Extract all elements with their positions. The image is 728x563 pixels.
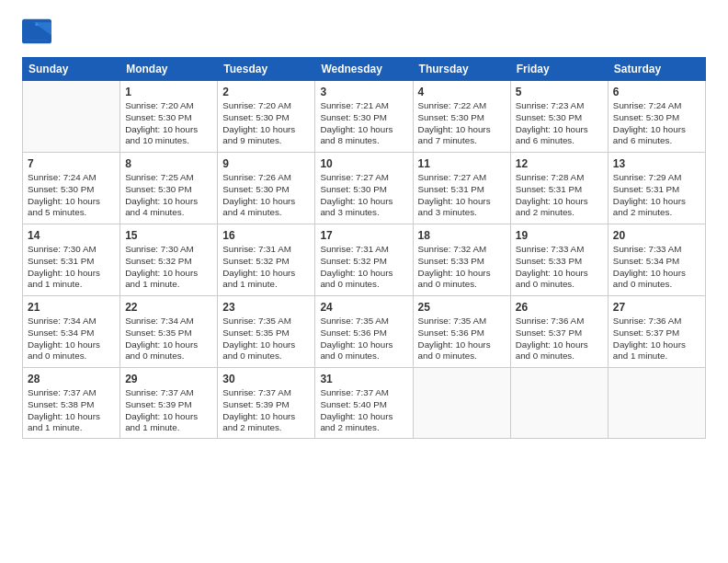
day-number: 10	[320, 156, 407, 171]
day-number: 30	[222, 372, 310, 386]
day-info: Sunrise: 7:31 AM Sunset: 5:32 PM Dayligh…	[222, 244, 310, 291]
page: SundayMondayTuesdayWednesdayThursdayFrid…	[0, 0, 728, 563]
logo-icon	[22, 18, 51, 44]
calendar-cell: 10Sunrise: 7:27 AM Sunset: 5:30 PM Dayli…	[315, 153, 413, 224]
calendar-cell: 11Sunrise: 7:27 AM Sunset: 5:31 PM Dayli…	[413, 153, 510, 224]
calendar-cell: 8Sunrise: 7:25 AM Sunset: 5:30 PM Daylig…	[120, 153, 218, 224]
day-info: Sunrise: 7:20 AM Sunset: 5:30 PM Dayligh…	[125, 100, 212, 147]
week-row-5: 28Sunrise: 7:37 AM Sunset: 5:38 PM Dayli…	[23, 368, 706, 439]
day-number: 23	[222, 300, 310, 315]
column-header-thursday: Thursday	[413, 58, 510, 81]
day-number: 12	[516, 156, 603, 171]
day-info: Sunrise: 7:23 AM Sunset: 5:30 PM Dayligh…	[516, 100, 603, 147]
day-number: 27	[613, 300, 700, 315]
header	[22, 18, 706, 44]
calendar-cell: 24Sunrise: 7:35 AM Sunset: 5:36 PM Dayli…	[315, 296, 413, 368]
day-number: 13	[613, 156, 700, 171]
day-info: Sunrise: 7:25 AM Sunset: 5:30 PM Dayligh…	[125, 172, 212, 219]
day-info: Sunrise: 7:37 AM Sunset: 5:39 PM Dayligh…	[222, 387, 310, 434]
day-info: Sunrise: 7:26 AM Sunset: 5:30 PM Dayligh…	[222, 172, 310, 219]
day-number: 14	[28, 228, 115, 243]
day-info: Sunrise: 7:22 AM Sunset: 5:30 PM Dayligh…	[418, 100, 506, 147]
calendar-cell: 15Sunrise: 7:30 AM Sunset: 5:32 PM Dayli…	[120, 224, 218, 296]
calendar-cell: 22Sunrise: 7:34 AM Sunset: 5:35 PM Dayli…	[120, 296, 218, 368]
day-info: Sunrise: 7:32 AM Sunset: 5:33 PM Dayligh…	[418, 244, 506, 291]
day-number: 19	[516, 228, 603, 243]
calendar-cell: 4Sunrise: 7:22 AM Sunset: 5:30 PM Daylig…	[413, 81, 510, 153]
week-row-3: 14Sunrise: 7:30 AM Sunset: 5:31 PM Dayli…	[23, 224, 706, 296]
day-info: Sunrise: 7:33 AM Sunset: 5:33 PM Dayligh…	[516, 244, 603, 291]
day-number: 16	[222, 228, 310, 243]
calendar-cell: 21Sunrise: 7:34 AM Sunset: 5:34 PM Dayli…	[23, 296, 120, 368]
calendar-cell: 12Sunrise: 7:28 AM Sunset: 5:31 PM Dayli…	[510, 153, 608, 224]
day-info: Sunrise: 7:34 AM Sunset: 5:34 PM Dayligh…	[28, 316, 115, 362]
calendar-cell: 30Sunrise: 7:37 AM Sunset: 5:39 PM Dayli…	[218, 368, 315, 439]
day-number: 17	[320, 228, 407, 243]
calendar-cell: 5Sunrise: 7:23 AM Sunset: 5:30 PM Daylig…	[510, 81, 608, 153]
day-number: 26	[516, 300, 603, 315]
calendar-cell: 20Sunrise: 7:33 AM Sunset: 5:34 PM Dayli…	[608, 224, 705, 296]
calendar-cell: 7Sunrise: 7:24 AM Sunset: 5:30 PM Daylig…	[23, 153, 120, 224]
calendar-cell: 29Sunrise: 7:37 AM Sunset: 5:39 PM Dayli…	[120, 368, 218, 439]
day-number: 31	[320, 372, 407, 386]
day-number: 6	[613, 85, 700, 99]
day-number: 7	[28, 156, 115, 171]
day-info: Sunrise: 7:33 AM Sunset: 5:34 PM Dayligh…	[613, 244, 700, 291]
calendar-cell: 1Sunrise: 7:20 AM Sunset: 5:30 PM Daylig…	[120, 81, 218, 153]
calendar-cell: 26Sunrise: 7:36 AM Sunset: 5:37 PM Dayli…	[510, 296, 608, 368]
day-info: Sunrise: 7:35 AM Sunset: 5:36 PM Dayligh…	[418, 316, 506, 362]
calendar-cell: 25Sunrise: 7:35 AM Sunset: 5:36 PM Dayli…	[413, 296, 510, 368]
day-number: 20	[613, 228, 700, 243]
column-header-sunday: Sunday	[23, 58, 120, 81]
column-header-tuesday: Tuesday	[218, 58, 315, 81]
calendar-cell: 18Sunrise: 7:32 AM Sunset: 5:33 PM Dayli…	[413, 224, 510, 296]
column-header-wednesday: Wednesday	[315, 58, 413, 81]
calendar-cell: 27Sunrise: 7:36 AM Sunset: 5:37 PM Dayli…	[608, 296, 705, 368]
calendar-cell	[23, 81, 120, 153]
column-header-friday: Friday	[510, 58, 608, 81]
day-number: 3	[320, 85, 407, 99]
calendar-cell: 19Sunrise: 7:33 AM Sunset: 5:33 PM Dayli…	[510, 224, 608, 296]
day-info: Sunrise: 7:35 AM Sunset: 5:35 PM Dayligh…	[222, 316, 310, 362]
calendar-cell	[608, 368, 705, 439]
day-number: 8	[125, 156, 212, 171]
day-info: Sunrise: 7:37 AM Sunset: 5:39 PM Dayligh…	[125, 387, 212, 434]
calendar-cell	[510, 368, 608, 439]
day-number: 9	[222, 156, 310, 171]
day-number: 1	[125, 85, 212, 99]
day-info: Sunrise: 7:30 AM Sunset: 5:32 PM Dayligh…	[125, 244, 212, 291]
calendar-cell: 16Sunrise: 7:31 AM Sunset: 5:32 PM Dayli…	[218, 224, 315, 296]
calendar-cell: 2Sunrise: 7:20 AM Sunset: 5:30 PM Daylig…	[218, 81, 315, 153]
calendar-body: 1Sunrise: 7:20 AM Sunset: 5:30 PM Daylig…	[23, 81, 706, 439]
day-info: Sunrise: 7:30 AM Sunset: 5:31 PM Dayligh…	[28, 244, 115, 291]
logo	[22, 18, 55, 44]
day-info: Sunrise: 7:34 AM Sunset: 5:35 PM Dayligh…	[125, 316, 212, 362]
calendar-cell: 31Sunrise: 7:37 AM Sunset: 5:40 PM Dayli…	[315, 368, 413, 439]
calendar-cell: 3Sunrise: 7:21 AM Sunset: 5:30 PM Daylig…	[315, 81, 413, 153]
calendar-cell	[413, 368, 510, 439]
day-info: Sunrise: 7:24 AM Sunset: 5:30 PM Dayligh…	[28, 172, 115, 219]
day-number: 22	[125, 300, 212, 315]
day-number: 29	[125, 372, 212, 386]
day-number: 15	[125, 228, 212, 243]
header-row: SundayMondayTuesdayWednesdayThursdayFrid…	[23, 58, 706, 81]
day-info: Sunrise: 7:37 AM Sunset: 5:40 PM Dayligh…	[320, 387, 407, 434]
column-header-saturday: Saturday	[608, 58, 705, 81]
day-info: Sunrise: 7:21 AM Sunset: 5:30 PM Dayligh…	[320, 100, 407, 147]
day-info: Sunrise: 7:29 AM Sunset: 5:31 PM Dayligh…	[613, 172, 700, 219]
day-number: 25	[418, 300, 506, 315]
day-number: 28	[28, 372, 115, 386]
calendar-table: SundayMondayTuesdayWednesdayThursdayFrid…	[22, 57, 706, 439]
calendar-header: SundayMondayTuesdayWednesdayThursdayFrid…	[23, 58, 706, 81]
calendar-cell: 28Sunrise: 7:37 AM Sunset: 5:38 PM Dayli…	[23, 368, 120, 439]
day-info: Sunrise: 7:27 AM Sunset: 5:31 PM Dayligh…	[418, 172, 506, 219]
day-number: 11	[418, 156, 506, 171]
calendar-cell: 13Sunrise: 7:29 AM Sunset: 5:31 PM Dayli…	[608, 153, 705, 224]
day-info: Sunrise: 7:36 AM Sunset: 5:37 PM Dayligh…	[516, 316, 603, 362]
day-number: 4	[418, 85, 506, 99]
week-row-1: 1Sunrise: 7:20 AM Sunset: 5:30 PM Daylig…	[23, 81, 706, 153]
day-info: Sunrise: 7:20 AM Sunset: 5:30 PM Dayligh…	[222, 100, 310, 147]
day-info: Sunrise: 7:28 AM Sunset: 5:31 PM Dayligh…	[516, 172, 603, 219]
day-number: 5	[516, 85, 603, 99]
calendar-cell: 9Sunrise: 7:26 AM Sunset: 5:30 PM Daylig…	[218, 153, 315, 224]
